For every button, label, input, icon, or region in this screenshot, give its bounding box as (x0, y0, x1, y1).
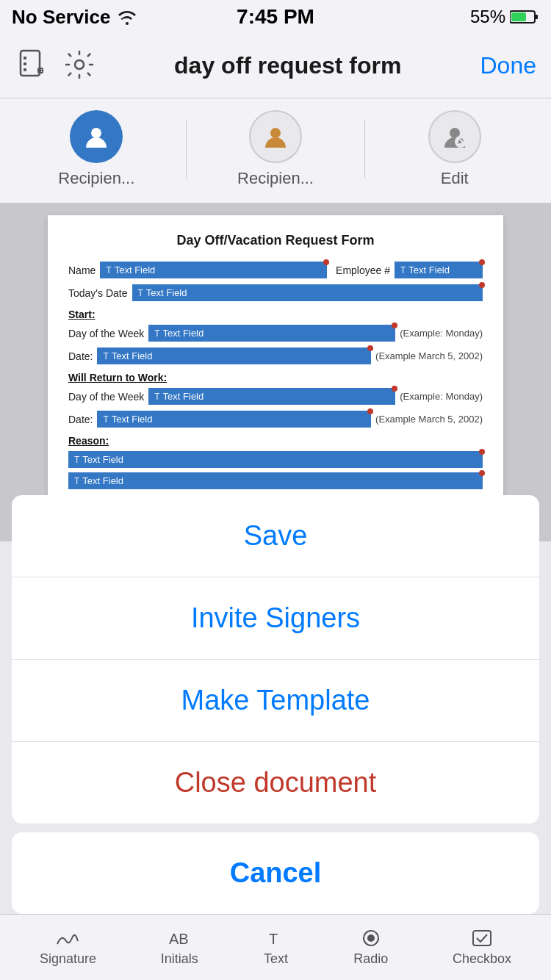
reason-section-title: Reason: (68, 435, 483, 447)
required-dot-4 (392, 323, 397, 328)
employee-label: Employee # (336, 264, 390, 276)
save-button[interactable]: Save (12, 495, 539, 577)
date-text-field[interactable]: T Text Field (132, 284, 483, 301)
tab-avatar-recipient2 (249, 110, 302, 163)
form-icon[interactable] (15, 48, 48, 84)
reason-field-2[interactable]: T Text Field (68, 472, 483, 489)
text-field-icon-7: T (103, 414, 108, 425)
tab-label-recipient1: Recipien... (58, 169, 134, 188)
invite-signers-button[interactable]: Invite Signers (12, 577, 539, 660)
tab-avatar-edit (428, 110, 481, 163)
tab-recipient1[interactable]: Recipien... (15, 110, 179, 188)
return-date-label: Date: (68, 414, 93, 425)
return-dow-label: Day of the Week (68, 391, 144, 403)
bottom-toolbar: Signature AB Initials T Text Radio Check… (0, 914, 551, 980)
radio-label: Radio (353, 951, 388, 967)
text-field-icon-8: T (74, 455, 79, 465)
name-label: Name (68, 264, 96, 276)
gear-icon[interactable] (63, 48, 96, 84)
checkbox-icon (469, 928, 495, 948)
toolbar-radio[interactable]: Radio (353, 928, 388, 967)
name-text-field[interactable]: T Text Field (100, 262, 327, 278)
return-dow-row: Day of the Week T Text Field (Example: M… (68, 388, 483, 405)
tab-edit[interactable]: Edit (372, 110, 536, 188)
checkbox-label: Checkbox (453, 951, 511, 967)
signature-icon (54, 928, 81, 948)
document-area: Day Off/Vacation Request Form Name T Tex… (0, 203, 551, 541)
text-field-icon-6: T (154, 392, 159, 402)
status-left: No Service (12, 6, 138, 29)
required-dot-3 (479, 282, 485, 288)
text-field-icon-5: T (103, 351, 108, 361)
initials-label: Initials (161, 951, 198, 967)
status-bar: No Service 7:45 PM 55% (0, 0, 551, 34)
svg-point-10 (75, 60, 84, 69)
start-dow-row: Day of the Week T Text Field (Example: M… (68, 325, 483, 342)
date-field-label: Text Field (146, 287, 187, 298)
close-document-button[interactable]: Close document (12, 742, 539, 824)
return-dow-field[interactable]: T Text Field (148, 388, 395, 405)
svg-rect-6 (24, 68, 26, 71)
svg-rect-2 (511, 12, 526, 21)
signature-label: Signature (40, 951, 96, 967)
tab-recipient2[interactable]: Recipien... (194, 110, 358, 188)
start-dow-note: (Example: Monday) (400, 328, 483, 339)
tab-divider-1 (186, 120, 187, 179)
radio-icon (358, 928, 384, 948)
svg-rect-4 (24, 57, 26, 60)
name-row: Name T Text Field Employee # T Text Fiel… (68, 262, 483, 278)
toolbar-text[interactable]: T Text (263, 928, 289, 967)
document-title: Day Off/Vacation Request Form (68, 233, 483, 248)
svg-point-19 (367, 934, 375, 942)
status-right: 55% (470, 7, 539, 27)
svg-rect-5 (24, 62, 26, 65)
make-template-button[interactable]: Make Template (12, 660, 539, 742)
required-dot-2 (479, 259, 485, 265)
return-section-title: Will Return to Work: (68, 372, 483, 383)
date-row: Today's Date T Text Field (68, 284, 483, 301)
start-date-label: Date: (68, 350, 93, 362)
start-dow-field[interactable]: T Text Field (148, 325, 395, 342)
start-section-title: Start: (68, 309, 483, 320)
start-date-field[interactable]: T Text Field (97, 347, 371, 364)
text-tool-icon: T (263, 928, 289, 948)
sheet-group-main: Save Invite Signers Make Template Close … (12, 495, 539, 824)
reason-field-1[interactable]: T Text Field (68, 451, 483, 468)
svg-rect-20 (473, 931, 491, 945)
start-date-note: (Example March 5, 2002) (375, 350, 483, 361)
required-dot-8 (479, 449, 485, 455)
reason-row-1: T Text Field (68, 451, 483, 468)
return-date-field[interactable]: T Text Field (97, 411, 371, 428)
nav-title: day off request form (174, 52, 401, 79)
employee-text-field[interactable]: T Text Field (395, 262, 483, 278)
start-date-row: Date: T Text Field (Example March 5, 200… (68, 347, 483, 364)
return-date-row: Date: T Text Field (Example March 5, 200… (68, 411, 483, 428)
done-button[interactable]: Done (480, 52, 537, 79)
required-dot-6 (392, 386, 397, 392)
svg-text:AB: AB (169, 931, 189, 947)
name-field-label: Text Field (115, 264, 156, 275)
toolbar-signature[interactable]: Signature (40, 928, 96, 967)
wifi-icon (116, 9, 138, 25)
return-date-note: (Example March 5, 2002) (375, 414, 483, 425)
text-field-icon: T (106, 265, 111, 275)
tab-divider-2 (364, 120, 365, 179)
sheet-cancel-group: Cancel (12, 832, 539, 914)
required-dot (323, 259, 329, 265)
battery-percent: 55% (470, 7, 505, 27)
toolbar-initials[interactable]: AB Initials (161, 928, 198, 967)
text-field-icon-3: T (138, 288, 143, 298)
tab-label-recipient2: Recipien... (237, 169, 314, 188)
cancel-button[interactable]: Cancel (12, 832, 539, 914)
svg-rect-3 (21, 51, 40, 76)
start-dow-label: Day of the Week (68, 328, 144, 339)
status-time: 7:45 PM (237, 5, 314, 29)
required-dot-5 (367, 345, 373, 351)
toolbar-checkbox[interactable]: Checkbox (453, 928, 511, 967)
text-label: Text (264, 951, 288, 967)
carrier-text: No Service (12, 6, 110, 29)
document-paper: Day Off/Vacation Request Form Name T Tex… (48, 215, 503, 541)
svg-point-11 (91, 128, 101, 138)
required-dot-9 (479, 470, 485, 476)
tab-row: Recipien... Recipien... Edit (0, 98, 551, 203)
